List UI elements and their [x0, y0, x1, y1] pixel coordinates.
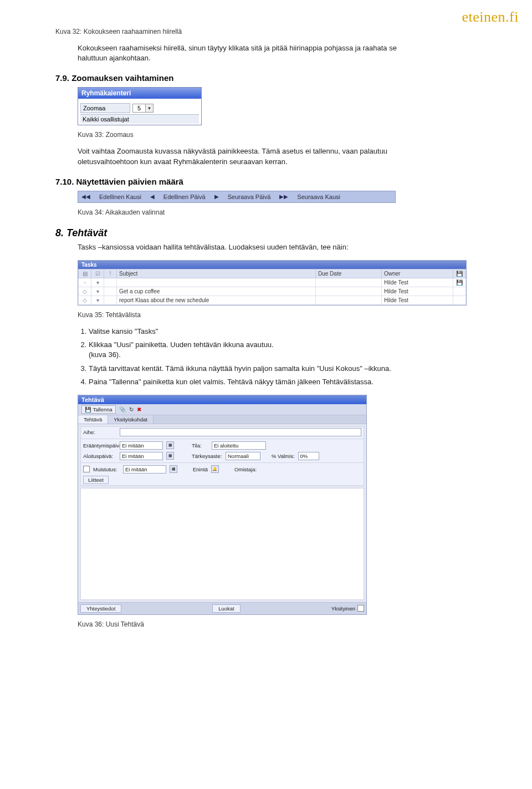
- label-private: Yksityinen: [331, 605, 355, 612]
- due-date-input[interactable]: Ei mitään: [120, 441, 163, 450]
- save-icon: 💾: [453, 269, 466, 278]
- double-right-icon: ▶▶: [279, 194, 288, 200]
- steps-list: Valitse kansio "Tasks" Klikkaa "Uusi" pa…: [78, 327, 477, 387]
- figure-36-screenshot: Tehtävä 💾 Tallenna 📎 ↻ ✖ Tehtävä Yksityi…: [78, 395, 367, 615]
- brand-logo: eteinen.fi: [462, 9, 519, 26]
- section-7-10-heading: 7.10. Näytettävien päivien määrä: [55, 177, 477, 186]
- step-4: Paina "Tallenna" painiketta kun olet val…: [89, 377, 477, 387]
- page-icon: ▤: [79, 269, 91, 278]
- label-owner: Omistaja:: [234, 466, 257, 472]
- label-due: Erääntymispäivä:: [83, 442, 116, 449]
- editor-title: Tehtävä: [78, 395, 366, 404]
- label-subject: Aihe:: [83, 429, 116, 435]
- description-textarea[interactable]: [80, 488, 364, 600]
- save-button[interactable]: 💾 Tallenna: [81, 405, 116, 414]
- figure-caption-33: Kuva 33: Zoomaus: [78, 131, 477, 139]
- next-day-button[interactable]: Seuraava Päivä: [228, 194, 271, 200]
- rk-titlebar: Ryhmäkalenteri: [78, 88, 201, 99]
- paragraph-8: Tasks –kansiossa voidaan hallita tehtävä…: [78, 242, 421, 252]
- label-priority: Tärkeysaste:: [192, 453, 222, 459]
- paragraph-32: Kokoukseen raahamiseksi hiirellä, sinun …: [78, 43, 421, 63]
- figure-caption-34: Kuva 34: Aikakauden valinnat: [78, 208, 477, 216]
- reminder-date-input[interactable]: Ei mitään: [123, 465, 166, 474]
- figure-34-screenshot: ◀◀ Edellinen Kausi ◀ Edellinen Päivä ▶ S…: [78, 191, 396, 203]
- label-reminder: Muistutus:: [93, 466, 120, 472]
- reminder-checkbox[interactable]: [83, 466, 90, 472]
- start-date-input[interactable]: Ei mitään: [120, 452, 163, 460]
- check-icon: ☑: [91, 269, 104, 278]
- section-7-9-heading: 7.9. Zoomauksen vaihtaminen: [55, 73, 477, 83]
- label-until: Enintä: [193, 466, 208, 472]
- contacts-button[interactable]: Yhteystiedot: [80, 604, 121, 613]
- figure-caption-35: Kuva 35: Tehtävälista: [78, 311, 477, 319]
- subject-input[interactable]: [120, 428, 361, 436]
- priority-select[interactable]: Normaali: [226, 452, 260, 460]
- delete-icon[interactable]: ✖: [137, 406, 141, 413]
- col-owner[interactable]: Owner: [382, 269, 453, 278]
- label-start: Aloituspäivä:: [83, 453, 116, 459]
- zoom-stepper[interactable]: 5 ▼: [132, 104, 154, 113]
- figure-caption-36: Kuva 36: Uusi Tehtävä: [78, 620, 477, 628]
- bell-icon[interactable]: 🔔: [211, 465, 219, 473]
- disk-icon: 💾: [85, 406, 91, 413]
- private-checkbox[interactable]: [357, 605, 364, 612]
- flag-icon: !: [104, 269, 117, 278]
- col-due-date[interactable]: Due Date: [316, 269, 382, 278]
- tasks-title: Tasks: [78, 261, 466, 269]
- step-2: Klikkaa "Uusi" painiketta. Uuden tehtävä…: [89, 340, 477, 360]
- label-status: Tila:: [192, 442, 208, 449]
- step-1: Valitse kansio "Tasks": [89, 327, 477, 337]
- table-row[interactable]: ◇▾ report Klaas about the new schedule H…: [79, 296, 466, 304]
- recurrence-icon[interactable]: ↻: [129, 406, 134, 413]
- table-row[interactable]: ◇▾ Get a cup coffee Hilde Test: [79, 287, 466, 296]
- figure-33-screenshot: Ryhmäkalenteri Zoomaa 5 ▼ Kaikki osallis…: [78, 87, 202, 125]
- step-3: Täytä tarvittavat kentät. Tämä ikkuna nä…: [89, 364, 477, 374]
- prev-day-button[interactable]: Edellinen Päivä: [163, 194, 206, 200]
- label-pct-done: % Valmis:: [272, 453, 295, 459]
- double-left-icon: ◀◀: [81, 194, 90, 200]
- zoom-label: Zoomaa: [80, 103, 130, 113]
- zoom-value: 5: [133, 105, 145, 111]
- calendar-icon[interactable]: ▦: [166, 441, 174, 449]
- attach-icon[interactable]: 📎: [119, 406, 126, 413]
- left-icon: ◀: [150, 194, 155, 200]
- next-period-button[interactable]: Seuraava Kausi: [297, 194, 340, 200]
- col-subject[interactable]: Subject: [117, 269, 316, 278]
- prev-period-button[interactable]: Edellinen Kausi: [99, 194, 141, 200]
- figure-caption-32: Kuva 32: Kokoukseen raahaaminen hiirellä: [55, 28, 477, 35]
- categories-button[interactable]: Luokat: [212, 604, 241, 613]
- calendar-icon[interactable]: ▦: [170, 465, 177, 473]
- tab-task[interactable]: Tehtävä: [78, 415, 108, 424]
- pct-done-input[interactable]: 0%: [298, 452, 319, 460]
- status-select[interactable]: Ei aloitettu: [212, 441, 266, 450]
- section-8-heading: 8. Tehtävät: [55, 227, 477, 239]
- zoom-dropdown-icon[interactable]: ▼: [145, 104, 153, 112]
- paragraph-33: Voit vaihtaa Zoomausta kuvassa näkyvästä…: [78, 146, 421, 166]
- calendar-icon[interactable]: ▦: [166, 452, 174, 460]
- participants-label: Kaikki osallistujat: [80, 114, 199, 124]
- attachments-button[interactable]: Liitteet: [83, 476, 109, 484]
- right-icon: ▶: [214, 194, 219, 200]
- figure-35-screenshot: Tasks ▤ ☑ ! Subject Due Date Owner 💾 ▫▾ …: [78, 260, 467, 306]
- table-row[interactable]: ▫▾ Hilde Test 💾: [79, 278, 466, 287]
- tab-details[interactable]: Yksityiskohdat: [108, 415, 154, 424]
